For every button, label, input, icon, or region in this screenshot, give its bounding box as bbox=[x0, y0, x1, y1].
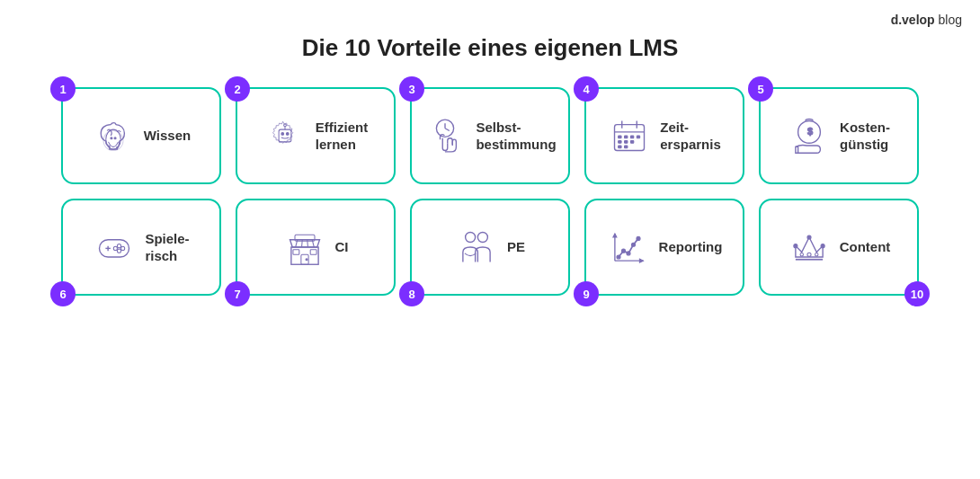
hand-clock-icon bbox=[423, 116, 467, 155]
chart-icon bbox=[607, 227, 650, 267]
svg-line-12 bbox=[445, 129, 450, 131]
svg-point-44 bbox=[466, 233, 476, 243]
svg-point-49 bbox=[621, 249, 625, 253]
svg-point-32 bbox=[118, 249, 121, 253]
gamepad-icon bbox=[93, 227, 136, 267]
people-svg bbox=[457, 227, 496, 267]
svg-point-2 bbox=[111, 137, 112, 139]
card-10-label: Content bbox=[840, 238, 891, 256]
shop-icon bbox=[283, 227, 326, 267]
money-hand-icon: $ bbox=[788, 116, 831, 155]
svg-point-41 bbox=[306, 259, 307, 261]
brain-icon bbox=[92, 116, 135, 155]
cards-row-2: 6 Spiele-risch 7 bbox=[36, 199, 944, 296]
svg-point-45 bbox=[477, 233, 487, 243]
brand-suffix: blog bbox=[939, 13, 962, 27]
card-7: 7 bbox=[236, 199, 396, 296]
svg-point-48 bbox=[617, 255, 620, 259]
card-5-label: Kosten-günstig bbox=[840, 119, 890, 154]
badge-10: 10 bbox=[904, 281, 930, 306]
svg-point-55 bbox=[800, 253, 803, 256]
svg-point-52 bbox=[637, 236, 640, 240]
svg-rect-18 bbox=[625, 136, 628, 138]
svg-point-6 bbox=[286, 133, 289, 136]
hand-clock-svg bbox=[425, 116, 465, 155]
svg-point-50 bbox=[627, 252, 630, 255]
brand-name: d.velop bbox=[891, 13, 935, 27]
calendar-icon bbox=[608, 116, 651, 155]
gear-lock-svg bbox=[265, 116, 305, 155]
card-10: 10 Content bbox=[759, 199, 919, 296]
svg-point-5 bbox=[281, 133, 284, 136]
svg-text:$: $ bbox=[807, 126, 813, 137]
card-3-label: Selbst-bestimmung bbox=[476, 119, 556, 154]
svg-point-54 bbox=[807, 253, 811, 256]
cards-row-1: 1 bbox=[36, 87, 944, 184]
badge-8: 8 bbox=[399, 281, 424, 306]
svg-point-33 bbox=[114, 246, 118, 250]
card-1-label: Wissen bbox=[144, 127, 191, 145]
card-5: 5 $ Kosten-günstig bbox=[759, 87, 919, 184]
svg-rect-42 bbox=[292, 250, 298, 255]
people-icon bbox=[455, 227, 498, 267]
svg-rect-43 bbox=[310, 250, 316, 255]
cards-grid: 1 bbox=[0, 62, 980, 314]
svg-rect-17 bbox=[619, 136, 621, 138]
svg-point-56 bbox=[815, 253, 817, 256]
card-7-label: CI bbox=[335, 238, 349, 256]
badge-5: 5 bbox=[748, 76, 773, 102]
card-9: 9 Report bbox=[584, 199, 744, 296]
svg-point-8 bbox=[283, 124, 286, 127]
brand-logo: d.velop blog bbox=[891, 13, 962, 27]
card-8: 8 PE bbox=[410, 199, 570, 296]
gear-lock-icon bbox=[263, 116, 307, 155]
card-8-label: PE bbox=[507, 238, 525, 256]
badge-9: 9 bbox=[574, 281, 599, 306]
svg-rect-20 bbox=[637, 136, 639, 138]
calendar-svg bbox=[610, 116, 649, 155]
svg-point-58 bbox=[821, 244, 824, 248]
chart-svg bbox=[609, 227, 648, 267]
badge-6: 6 bbox=[50, 281, 76, 306]
svg-point-59 bbox=[807, 235, 811, 239]
svg-rect-21 bbox=[619, 141, 621, 144]
svg-rect-25 bbox=[625, 146, 628, 148]
card-9-label: Reporting bbox=[659, 238, 723, 256]
card-3: 3 Selbst-bestimmung bbox=[410, 87, 570, 184]
svg-rect-24 bbox=[619, 146, 621, 148]
money-hand-svg: $ bbox=[789, 116, 829, 155]
badge-4: 4 bbox=[574, 76, 599, 102]
badge-2: 2 bbox=[225, 76, 250, 102]
crown-svg bbox=[789, 227, 829, 267]
svg-point-31 bbox=[121, 246, 125, 250]
card-2-label: Effizientlernen bbox=[316, 119, 368, 154]
card-4: 4 bbox=[584, 87, 744, 184]
page-title: Die 10 Vorteile eines eigenen LMS bbox=[0, 34, 980, 62]
card-4-label: Zeit-ersparnis bbox=[660, 119, 721, 154]
gamepad-svg bbox=[94, 227, 134, 267]
svg-rect-23 bbox=[631, 141, 634, 144]
card-2: 2 Effizientlernen bbox=[236, 87, 396, 184]
svg-point-1 bbox=[106, 129, 121, 149]
badge-1: 1 bbox=[50, 76, 76, 102]
card-6-label: Spiele-risch bbox=[145, 230, 189, 265]
brain-svg bbox=[94, 116, 133, 155]
svg-point-3 bbox=[114, 137, 116, 139]
svg-point-57 bbox=[793, 244, 797, 248]
shop-svg bbox=[285, 227, 325, 267]
badge-3: 3 bbox=[399, 76, 424, 102]
crown-icon bbox=[788, 227, 831, 267]
card-1: 1 bbox=[61, 87, 221, 184]
badge-7: 7 bbox=[225, 281, 250, 306]
svg-rect-22 bbox=[625, 141, 628, 144]
svg-point-51 bbox=[631, 243, 635, 246]
svg-point-30 bbox=[118, 244, 121, 248]
card-6: 6 Spiele-risch bbox=[61, 199, 221, 296]
svg-rect-19 bbox=[631, 136, 634, 138]
